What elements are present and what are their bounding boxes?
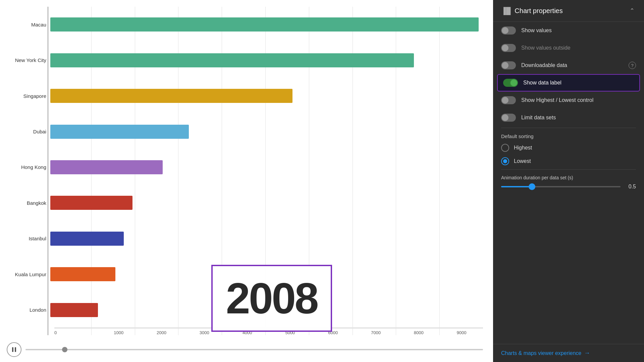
show-data-label-toggle[interactable] bbox=[503, 79, 518, 87]
chart-row: Macau bbox=[7, 14, 483, 35]
viewer-experience-text: Charts & maps viewer experience bbox=[501, 350, 581, 356]
panel-title: Chart properties bbox=[515, 7, 562, 15]
bar bbox=[50, 267, 115, 281]
show-data-label-thumb bbox=[511, 79, 517, 86]
show-values-label: Show values bbox=[521, 27, 552, 34]
show-data-label-row: Show data label bbox=[497, 74, 640, 92]
bar-label: Hong Kong bbox=[7, 164, 50, 170]
chart-row: Hong Kong bbox=[7, 157, 483, 178]
radio-lowest-label: Lowest bbox=[514, 158, 531, 164]
bar-label: Istanbul bbox=[7, 236, 50, 241]
x-tick: 2000 bbox=[140, 330, 183, 335]
radio-highest[interactable]: Highest bbox=[493, 141, 644, 155]
x-tick: 9000 bbox=[440, 330, 483, 335]
viewer-experience-link[interactable]: Charts & maps viewer experience → bbox=[493, 344, 644, 362]
animation-label: Animation duration per data set (s) bbox=[501, 175, 636, 180]
pause-button[interactable] bbox=[7, 342, 21, 357]
bar-label: Macau bbox=[7, 22, 50, 27]
arrow-right-icon: → bbox=[584, 350, 590, 357]
collapse-button[interactable]: ⌃ bbox=[628, 7, 636, 15]
show-values-outside-row: Show values outside bbox=[493, 39, 644, 57]
downloadable-data-toggle[interactable] bbox=[501, 61, 516, 69]
bar-wrapper bbox=[50, 53, 483, 67]
show-data-label-label: Show data label bbox=[523, 80, 561, 86]
animation-slider-thumb[interactable] bbox=[529, 183, 535, 190]
bar-wrapper bbox=[50, 196, 483, 210]
playback-bar bbox=[7, 342, 483, 357]
right-panel: ▐█ Chart properties ⌃ Show values Show v… bbox=[493, 0, 644, 362]
radio-highest-outer bbox=[501, 144, 509, 152]
bar bbox=[50, 303, 98, 317]
show-values-outside-label: Show values outside bbox=[521, 45, 571, 51]
animation-value: 0.5 bbox=[626, 184, 636, 190]
bar-label: New York City bbox=[7, 57, 50, 63]
chart-area: MacauNew York CitySingaporeDubaiHong Kon… bbox=[0, 0, 493, 362]
x-tick: 0 bbox=[54, 330, 97, 335]
downloadable-data-help[interactable]: ? bbox=[629, 62, 636, 69]
animation-section: Animation duration per data set (s) 0.5 bbox=[493, 171, 644, 194]
year-display: 2008 bbox=[226, 273, 317, 323]
timeline-thumb[interactable] bbox=[62, 347, 67, 352]
x-tick: 7000 bbox=[355, 330, 397, 335]
x-tick: 1000 bbox=[97, 330, 140, 335]
show-values-thumb bbox=[502, 27, 508, 34]
chart-row: Istanbul bbox=[7, 228, 483, 249]
limit-data-sets-thumb bbox=[502, 114, 508, 121]
show-values-row: Show values bbox=[493, 22, 644, 39]
chart-row: Dubai bbox=[7, 121, 483, 142]
panel-title-group: ▐█ Chart properties bbox=[501, 7, 563, 15]
animation-slider-track[interactable] bbox=[501, 186, 621, 187]
panel-header: ▐█ Chart properties ⌃ bbox=[493, 0, 644, 22]
chart-row: Singapore bbox=[7, 85, 483, 106]
pause-bar-left bbox=[12, 347, 13, 352]
show-values-outside-toggle[interactable] bbox=[501, 44, 516, 52]
downloadable-data-label: Downloadable data bbox=[521, 62, 567, 68]
chart-bar-icon: ▐█ bbox=[501, 7, 511, 15]
bar bbox=[50, 232, 124, 246]
bar-label: Bangkok bbox=[7, 200, 50, 206]
bar bbox=[50, 196, 132, 210]
limit-data-sets-toggle[interactable] bbox=[501, 114, 516, 122]
radio-highest-label: Highest bbox=[514, 145, 532, 151]
pause-icon bbox=[12, 347, 16, 352]
show-highest-lowest-row: Show Highest / Lowest control bbox=[493, 92, 644, 109]
bar bbox=[50, 89, 292, 103]
radio-lowest-inner bbox=[503, 159, 507, 163]
sorting-section-label: Default sorting bbox=[493, 129, 644, 141]
bar bbox=[50, 53, 414, 67]
bar-wrapper bbox=[50, 125, 483, 139]
chart-row: New York City bbox=[7, 50, 483, 71]
bar-wrapper bbox=[50, 232, 483, 246]
show-values-toggle[interactable] bbox=[501, 26, 516, 35]
downloadable-data-row: Downloadable data ? bbox=[493, 57, 644, 74]
bar bbox=[50, 160, 163, 174]
divider-1 bbox=[501, 128, 636, 128]
bar bbox=[50, 125, 189, 139]
downloadable-data-thumb bbox=[502, 62, 508, 69]
animation-slider-fill bbox=[501, 186, 531, 187]
x-tick: 8000 bbox=[397, 330, 440, 335]
bar-label: London bbox=[7, 307, 50, 313]
bar-label: Singapore bbox=[7, 93, 50, 99]
radio-lowest[interactable]: Lowest bbox=[493, 155, 644, 168]
radio-lowest-outer bbox=[501, 157, 509, 165]
divider-2 bbox=[501, 169, 636, 170]
bar-label: Dubai bbox=[7, 129, 50, 134]
chart-row: Bangkok bbox=[7, 192, 483, 213]
bar-wrapper bbox=[50, 160, 483, 174]
bar-label: Kuala Lumpur bbox=[7, 272, 50, 277]
show-highest-lowest-label: Show Highest / Lowest control bbox=[521, 97, 593, 103]
limit-data-sets-row: Limit data sets bbox=[493, 109, 644, 126]
show-values-outside-thumb bbox=[502, 45, 508, 51]
year-overlay: 2008 bbox=[211, 265, 332, 332]
bar bbox=[50, 17, 479, 32]
show-highest-lowest-thumb bbox=[502, 97, 508, 104]
slider-row: 0.5 bbox=[501, 184, 636, 190]
bar-wrapper bbox=[50, 89, 483, 103]
timeline-track[interactable] bbox=[25, 349, 483, 350]
limit-data-sets-label: Limit data sets bbox=[521, 115, 556, 121]
bar-wrapper bbox=[50, 17, 483, 32]
pause-bar-right bbox=[15, 347, 16, 352]
show-highest-lowest-toggle[interactable] bbox=[501, 96, 516, 104]
